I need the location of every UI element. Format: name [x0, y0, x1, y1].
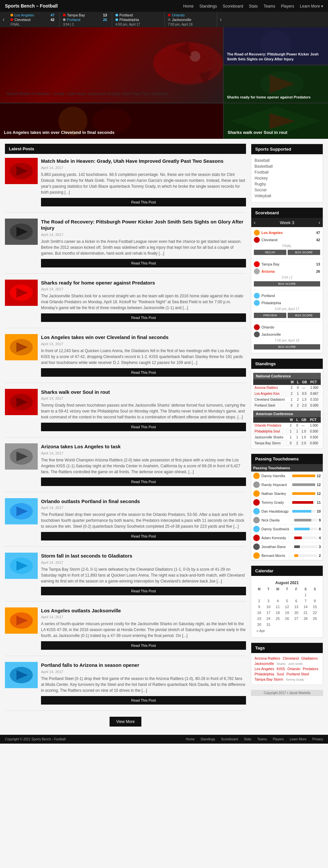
tag-link[interactable]: Los Angeles [255, 667, 274, 671]
standings-wins: 2 [289, 385, 296, 391]
standings-team-link[interactable]: Tampa Bay Storm [255, 441, 281, 445]
read-more-button[interactable]: Read This Post [41, 587, 246, 595]
standings-team-link[interactable]: Philadelphia Soul [255, 430, 280, 433]
cal-day[interactable]: 26 [283, 616, 292, 622]
cal-day[interactable]: 23 [255, 616, 264, 622]
cal-day[interactable]: 16 [255, 610, 264, 616]
read-more-button[interactable]: Read This Post [41, 477, 246, 486]
footer-standings[interactable]: Standings [200, 737, 215, 741]
sb-action-btn[interactable]: RECAP [254, 250, 286, 255]
cal-day[interactable]: 14 [301, 604, 310, 610]
tag-link[interactable]: Tampa Bay Storm [255, 677, 283, 681]
cal-day[interactable]: 13 [292, 604, 301, 610]
tag-link[interactable]: Orlando [287, 667, 300, 671]
cal-day[interactable]: 28 [301, 616, 310, 622]
nav-scoreboard[interactable]: Scoreboard [223, 4, 243, 8]
standings-team-link[interactable]: Portland Steel [255, 404, 275, 407]
footer-scoreboard[interactable]: Scoreboard [221, 737, 238, 741]
cal-day[interactable]: 8 [310, 598, 320, 604]
cal-day[interactable]: 21 [301, 610, 310, 616]
cal-day[interactable]: 2 [255, 598, 264, 604]
cal-day[interactable]: 7 [301, 598, 310, 604]
tag-link[interactable]: Jacksonville [255, 661, 274, 665]
nav-learnmore[interactable]: Learn More ▾ [300, 4, 323, 8]
footer-home[interactable]: Home [186, 737, 195, 741]
scores-next-arrow[interactable]: › [217, 12, 224, 27]
cal-day[interactable]: 10 [264, 604, 273, 610]
sb-action-btn[interactable]: BOX SCORE [288, 313, 320, 318]
cal-day[interactable]: 17 [264, 610, 273, 616]
post-item: Match Made in Heaven: Grady, Utah Have I… [5, 158, 246, 213]
week-prev-btn[interactable]: ‹ [254, 220, 256, 225]
cal-day[interactable]: 15 [310, 604, 320, 610]
nav-home[interactable]: Home [183, 4, 194, 8]
cal-day[interactable]: 30 [255, 622, 264, 627]
read-more-button[interactable]: Read This Post [41, 313, 246, 322]
nav-stats[interactable]: Stats [249, 4, 258, 8]
read-more-button[interactable]: Read This Post [41, 532, 246, 540]
cal-day[interactable]: 6 [292, 598, 301, 604]
standings-team-link[interactable]: Orlando Predators [255, 424, 282, 427]
read-more-button[interactable]: Read This Post [41, 198, 246, 207]
read-more-button[interactable]: Read This Post [41, 696, 246, 705]
cal-day[interactable]: 11 [273, 604, 283, 610]
nav-standings[interactable]: Standings [199, 4, 217, 8]
read-more-button[interactable]: Read This Post [41, 368, 246, 377]
standings-team-link[interactable]: Cleveland Gladiators [255, 398, 285, 401]
tag-link[interactable]: Predators [303, 667, 319, 671]
tag-link[interactable]: Soul [277, 672, 284, 676]
sb-action-btn[interactable]: PREVIEW [254, 313, 286, 318]
tag-link[interactable]: Portland Steel [286, 672, 309, 676]
cal-day[interactable]: 5 [283, 598, 292, 604]
tag-link[interactable]: Josh Smith [288, 662, 303, 665]
tag-link[interactable]: Arizona Rattlers [255, 656, 280, 660]
cal-day[interactable]: 22 [310, 610, 320, 616]
standings-team-link[interactable]: Los Angeles Kiss [255, 392, 280, 396]
ptd-player-row: Dan Haulabaugp 10 [251, 507, 323, 516]
sb-action-btn[interactable]: BOX SCORE [254, 281, 320, 286]
read-more-button[interactable]: Read This Post [41, 641, 246, 650]
tag-link[interactable]: Sharks [276, 662, 286, 665]
scores-prev-arrow[interactable]: ‹ [0, 12, 7, 27]
cal-day[interactable]: 1 [301, 592, 310, 598]
read-more-button[interactable]: Read This Post [41, 423, 246, 431]
tag-link[interactable]: Cleveland [283, 656, 299, 660]
footer-learnmore[interactable]: Learn More [290, 737, 306, 741]
cal-day[interactable]: 9 [255, 604, 264, 610]
ptd-player-name: Dan Haulabaugp [261, 509, 291, 513]
ptd-value: 12 [317, 474, 321, 478]
footer-privacy[interactable]: Privacy [312, 737, 323, 741]
cal-day[interactable]: 29 [310, 616, 320, 622]
week-next-btn[interactable]: › [319, 220, 320, 225]
cal-day[interactable]: 18 [273, 610, 283, 616]
standings-team-link[interactable]: Arizona Rattlers [255, 386, 278, 390]
nav-players[interactable]: Players [281, 4, 294, 8]
cal-day[interactable]: 25 [273, 616, 283, 622]
cal-day[interactable]: 4 [273, 598, 283, 604]
view-more-button[interactable]: View More [109, 717, 141, 726]
tag-link[interactable]: Gladiators [301, 656, 318, 660]
tag-link[interactable]: Philadelphia [255, 672, 274, 676]
nav-teams[interactable]: Teams [264, 4, 275, 8]
standings-row: Los Angeles Kiss 2 1 0.5 0.667 [253, 391, 321, 397]
cal-day[interactable]: 24 [264, 616, 273, 622]
calendar-prev-link[interactable]: « Apr [257, 629, 265, 633]
ptd-value: 9 [319, 518, 321, 522]
standings-team-link[interactable]: Jacksonville Sharks [255, 435, 284, 439]
tag-link[interactable]: Tommy Grady [286, 678, 304, 681]
cal-day[interactable]: 31 [264, 622, 273, 627]
cal-day[interactable]: 19 [283, 610, 292, 616]
footer-stats[interactable]: Stats [244, 737, 251, 741]
read-more-button[interactable]: Read This Post [41, 259, 246, 268]
sb-action-btn[interactable]: BOX SCORE [288, 250, 320, 255]
cal-day[interactable]: 20 [292, 610, 301, 616]
post-date: April 14, 2017 [41, 396, 246, 400]
cal-day[interactable]: 27 [292, 616, 301, 622]
footer-teams[interactable]: Teams [257, 737, 267, 741]
cal-day[interactable]: 3 [264, 598, 273, 604]
footer-players[interactable]: Players [273, 737, 284, 741]
tag-link[interactable]: KISS [277, 667, 285, 671]
ptd-value: 2 [319, 554, 321, 558]
cal-day[interactable]: 12 [283, 604, 292, 610]
sb-action-btn[interactable]: BOX SCORE [254, 344, 320, 349]
